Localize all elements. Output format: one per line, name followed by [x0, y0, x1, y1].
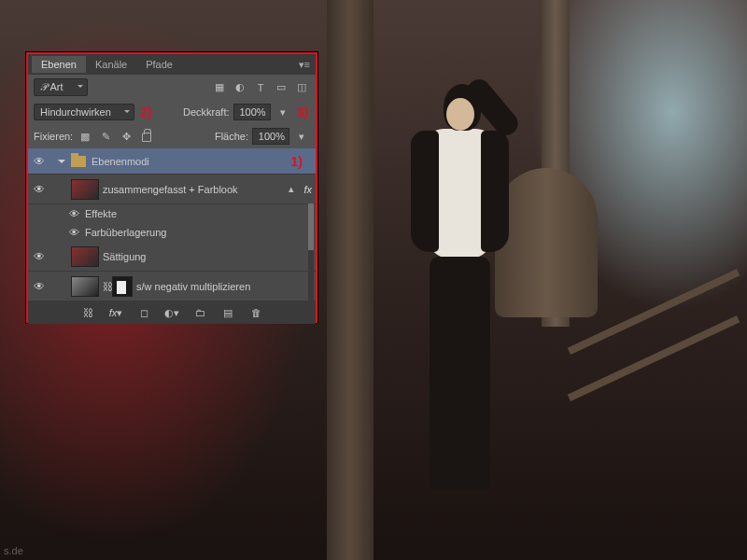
- visibility-icon[interactable]: 👁: [69, 227, 79, 238]
- fx-badge[interactable]: fx: [303, 184, 312, 195]
- watermark: s.de: [4, 545, 23, 556]
- new-group-icon[interactable]: 🗀: [191, 305, 208, 320]
- delete-layer-icon[interactable]: 🗑: [247, 305, 264, 320]
- fill-slider-icon[interactable]: ▾: [293, 129, 310, 144]
- blend-row: Hindurchwirken 2) Deckkraft: 100% ▾ 3): [28, 100, 316, 124]
- bg-model: [392, 84, 523, 495]
- tab-channels[interactable]: Kanäle: [86, 56, 136, 73]
- annotation-3: 3): [297, 105, 308, 119]
- visibility-icon[interactable]: 👁: [28, 250, 50, 263]
- fill-label: Fläche:: [215, 131, 248, 142]
- link-layers-icon[interactable]: ⛓: [79, 305, 96, 320]
- lock-transparent-icon[interactable]: ▩: [77, 129, 93, 144]
- filter-pixel-icon[interactable]: ▦: [211, 80, 228, 95]
- panel-menu-icon[interactable]: ▾≡: [299, 59, 310, 71]
- visibility-icon[interactable]: 👁: [28, 183, 50, 196]
- lock-row: Fixieren: ▩ ✎ ✥ Fläche: 100% ▾: [28, 124, 316, 148]
- filter-shape-icon[interactable]: ▭: [273, 80, 289, 95]
- filter-kind-value: 𝒫 Art: [40, 81, 63, 92]
- layer-filter-dropdown[interactable]: 𝒫 Art: [34, 78, 88, 96]
- layer-name[interactable]: Sättigung: [103, 251, 312, 262]
- lock-all-icon[interactable]: [138, 129, 155, 144]
- annotation-1: 1): [291, 154, 303, 169]
- layers-panel: Ebenen Kanäle Pfade ▾≡ 𝒫 Art ▦ ◐ T ▭ ◫ H…: [26, 52, 317, 323]
- layer-name[interactable]: s/w negativ multiplizieren: [136, 281, 312, 292]
- visibility-icon[interactable]: 👁: [28, 155, 50, 168]
- fx-item-row[interactable]: 👁 Farbüberlagerung: [28, 223, 316, 242]
- layer-mask-icon[interactable]: ◻: [135, 305, 152, 320]
- panel-tabs: Ebenen Kanäle Pfade ▾≡: [28, 54, 316, 75]
- filter-smart-icon[interactable]: ◫: [293, 80, 310, 95]
- blend-mode-dropdown[interactable]: Hindurchwirken: [34, 104, 134, 120]
- layer-thumbnail[interactable]: [71, 179, 99, 200]
- blend-mode-value: Hindurchwirken: [40, 106, 111, 118]
- panel-footer: ⛓ fx▾ ◻ ◐▾ 🗀 ▤ 🗑: [28, 301, 316, 324]
- lock-pixels-icon[interactable]: ✎: [97, 129, 114, 144]
- annotation-2: 2): [140, 105, 151, 119]
- link-icon[interactable]: ⛓: [103, 279, 112, 294]
- new-layer-icon[interactable]: ▤: [219, 305, 236, 320]
- filter-type-icon[interactable]: T: [252, 80, 269, 95]
- layer-style-icon[interactable]: fx▾: [107, 305, 124, 320]
- visibility-icon[interactable]: 👁: [28, 280, 50, 293]
- disclosure-icon[interactable]: [58, 160, 65, 167]
- lock-position-icon[interactable]: ✥: [118, 129, 134, 144]
- layer-thumbnail[interactable]: [71, 276, 99, 297]
- layer-name[interactable]: zusammengefasst + Farblook: [103, 184, 283, 195]
- layer-mask-thumbnail[interactable]: [112, 276, 133, 297]
- filter-adjust-icon[interactable]: ◐: [232, 80, 248, 95]
- opacity-field[interactable]: 100%: [233, 104, 271, 120]
- fx-label: Effekte: [85, 208, 117, 219]
- fx-effects-row[interactable]: 👁 Effekte: [28, 204, 316, 223]
- lock-label: Fixieren:: [34, 131, 73, 142]
- tab-layers[interactable]: Ebenen: [32, 56, 86, 73]
- fx-collapse-icon[interactable]: ▴: [283, 182, 300, 197]
- layers-list: 👁 Ebenenmodi 1) 👁 zusammengefasst + Farb…: [28, 148, 316, 301]
- layers-scrollbar[interactable]: [308, 203, 314, 315]
- layer-row[interactable]: 👁 Sättigung: [28, 242, 316, 272]
- adjustment-layer-icon[interactable]: ◐▾: [163, 305, 180, 320]
- fx-label: Farbüberlagerung: [85, 227, 166, 238]
- visibility-icon[interactable]: 👁: [69, 208, 79, 219]
- bg-pipe: [327, 0, 374, 560]
- folder-icon: [71, 156, 86, 167]
- layer-thumbnail[interactable]: [71, 246, 99, 267]
- layer-row[interactable]: 👁 ⛓ s/w negativ multiplizieren: [28, 272, 316, 301]
- layer-group-row[interactable]: 👁 Ebenenmodi 1): [28, 148, 316, 175]
- opacity-slider-icon[interactable]: ▾: [275, 105, 291, 119]
- layer-row[interactable]: 👁 zusammengefasst + Farblook ▴ fx: [28, 175, 316, 204]
- fill-field[interactable]: 100%: [252, 128, 289, 145]
- opacity-label: Deckkraft:: [183, 106, 230, 118]
- layer-name[interactable]: Ebenenmodi: [92, 156, 289, 167]
- filter-row: 𝒫 Art ▦ ◐ T ▭ ◫: [28, 75, 316, 100]
- tab-paths[interactable]: Pfade: [136, 56, 182, 73]
